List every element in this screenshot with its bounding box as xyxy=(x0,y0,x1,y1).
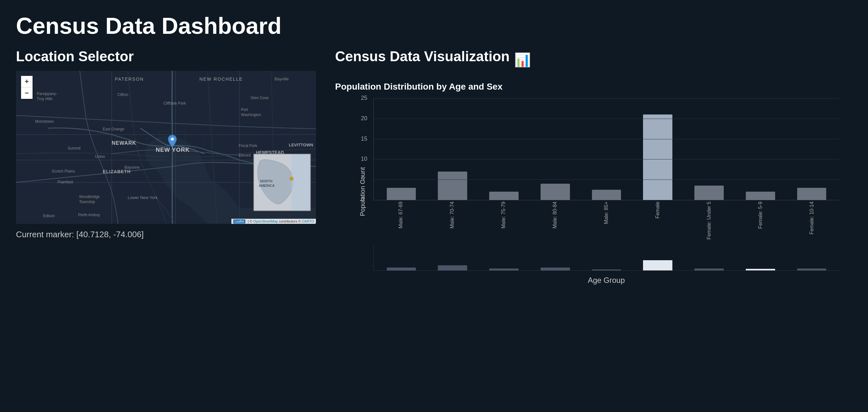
sub-chart-body xyxy=(373,245,839,271)
y-tick-25: 25 xyxy=(361,95,367,101)
bar-male-67-69 xyxy=(387,188,416,200)
svg-rect-12 xyxy=(291,154,310,210)
bar-female-5-9 xyxy=(746,192,775,200)
page-title: Census Data Dashboard xyxy=(16,13,852,39)
y-tick-20: 20 xyxy=(361,115,367,122)
svg-point-13 xyxy=(290,177,293,180)
chart-subtitle: Population Distribution by Age and Sex xyxy=(335,82,852,92)
y-axis-label: Population Count xyxy=(359,167,366,216)
marker-coords-value: [40.7128, -74.006] xyxy=(76,230,144,239)
y-tick-15: 15 xyxy=(361,136,367,142)
sub-bar-8-highlight xyxy=(736,269,785,270)
svg-text:NORTH: NORTH xyxy=(260,179,273,183)
viz-title-row: Census Data Visualization 📊 xyxy=(335,48,852,71)
sub-bar-4 xyxy=(531,268,580,271)
bar-group-female-10-14 xyxy=(787,98,836,200)
sub-bar-9 xyxy=(787,269,836,270)
bar-male-80-84 xyxy=(540,184,570,200)
marker-coords-display: Current marker: [40.7128, -74.006] xyxy=(16,230,316,239)
left-panel: Location Selector xyxy=(16,48,316,239)
location-pin-icon xyxy=(167,135,178,148)
bar-group-female xyxy=(633,98,682,200)
right-panel: Census Data Visualization 📊 Population D… xyxy=(335,48,852,288)
bar-female-under5 xyxy=(694,185,724,200)
zoom-out-button[interactable]: − xyxy=(21,88,33,99)
y-tick-10: 10 xyxy=(361,156,367,162)
map-marker[interactable] xyxy=(167,135,178,149)
x-label-male-75-79: Male: 75-79 xyxy=(479,202,528,241)
osm-link[interactable]: OpenStreetMap xyxy=(253,219,278,223)
sub-bar-2 xyxy=(428,265,477,270)
bar-male-70-74 xyxy=(438,172,467,200)
map-controls: + − xyxy=(21,76,33,99)
x-label-male-67-69: Male: 67-69 xyxy=(377,202,425,241)
bar-chart-icon: 📊 xyxy=(514,52,531,68)
bar-male-75-79 xyxy=(489,192,519,200)
x-axis-labels: Male: 67-69 Male: 70-74 Male: 75-79 Male… xyxy=(373,202,839,241)
x-label-male-85plus: Male: 85+ xyxy=(582,202,631,241)
map-container[interactable]: PATERSON NEW ROCHELLE Bayville Parsippan… xyxy=(16,71,316,224)
zoom-in-button[interactable]: + xyxy=(21,76,33,88)
sub-bar-1 xyxy=(377,268,426,271)
bar-group-male-85plus xyxy=(582,98,631,200)
leaflet-badge: Leaflet xyxy=(233,219,245,224)
main-chart-body: 25 20 15 10 xyxy=(373,98,839,200)
bar-male-85plus xyxy=(592,190,621,200)
location-selector-heading: Location Selector xyxy=(16,48,316,64)
bar-group-female-5-9 xyxy=(736,98,785,200)
sub-bar-6-highlight xyxy=(633,260,682,270)
visualization-heading: Census Data Visualization xyxy=(335,48,509,64)
carto-link[interactable]: CARTO xyxy=(302,219,314,223)
mini-map: NORTH AMERICA xyxy=(253,154,311,211)
svg-point-10 xyxy=(171,138,174,141)
bar-group-female-under5 xyxy=(685,98,734,200)
marker-coords-label: Current marker: xyxy=(16,230,74,239)
x-label-female-10-14: Female: 10-14 xyxy=(787,202,836,241)
bar-group-male-70-74 xyxy=(428,98,477,200)
svg-text:AMERICA: AMERICA xyxy=(259,184,275,187)
sub-bar-3 xyxy=(479,269,528,270)
map-attribution: Leaflet | © OpenStreetMap contributors ©… xyxy=(231,219,316,224)
bar-group-male-75-79 xyxy=(479,98,528,200)
x-label-male-70-74: Male: 70-74 xyxy=(428,202,477,241)
x-label-female: Female xyxy=(633,202,682,241)
bar-female-10-14 xyxy=(797,188,827,200)
x-label-female-under5: Female: Under 5 xyxy=(684,202,733,241)
bar-group-male-67-69 xyxy=(377,98,426,200)
bars-container xyxy=(374,98,839,200)
bar-female xyxy=(643,114,672,200)
sub-bar-7 xyxy=(685,269,734,270)
x-axis-title: Age Group xyxy=(373,276,839,285)
x-label-female-5-9: Female: 5-9 xyxy=(736,202,785,241)
bar-group-male-80-84 xyxy=(531,98,580,200)
x-label-male-80-84: Male: 80-84 xyxy=(531,202,580,241)
chart-area: Population Distribution by Age and Sex P… xyxy=(335,78,852,288)
mini-map-svg: NORTH AMERICA xyxy=(254,154,310,210)
sub-bar-5 xyxy=(582,270,631,270)
